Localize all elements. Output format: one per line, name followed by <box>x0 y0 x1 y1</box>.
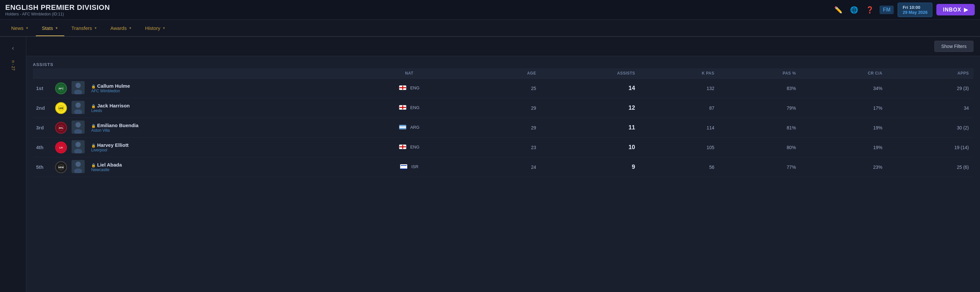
apps-cell: 29 (3) <box>887 78 974 98</box>
header-pas-pct[interactable]: PAS % <box>719 68 800 78</box>
svg-point-14 <box>74 169 82 173</box>
apps-cell: 19 (14) <box>887 137 974 157</box>
avatar-cell <box>70 78 87 98</box>
tab-transfers[interactable]: Transfers ▼ <box>66 21 103 36</box>
svg-point-4 <box>75 102 81 108</box>
club-badge: LIV <box>55 142 67 153</box>
pas-pct-cell: 77% <box>719 157 800 177</box>
club-badge-cell: AVL <box>52 118 70 137</box>
table-row[interactable]: 4th LIV 🔒Harvey Elliott Liverpool <box>33 137 974 157</box>
avatar-cell <box>70 118 87 137</box>
header-left: ENGLISH PREMIER DIVISION Holders - AFC W… <box>5 3 110 16</box>
age-cell: 23 <box>469 137 541 157</box>
apps-cell: 30 (2) <box>887 118 974 137</box>
privacy-icon: 🔒 <box>91 124 96 128</box>
nationality-cell: ISR <box>350 157 469 177</box>
chevron-down-icon: ▼ <box>55 26 59 30</box>
section-title: ASSISTS <box>33 59 974 68</box>
nationality-flag: ARG <box>399 125 420 130</box>
table-row[interactable]: 1st AFC 🔒Callum Hulme AFC Wimbledon <box>33 78 974 98</box>
svg-point-7 <box>75 122 81 128</box>
tab-stats[interactable]: Stats ▼ <box>36 21 64 36</box>
header-apps[interactable]: APPS <box>887 68 974 78</box>
header-assists[interactable]: ASSISTS <box>541 68 640 78</box>
k-pas-cell: 87 <box>640 98 719 118</box>
shield-icon: LEE <box>58 105 64 111</box>
player-silhouette-icon <box>72 81 84 94</box>
avatar-cell <box>70 98 87 118</box>
cr-ca-cell: 19% <box>800 137 887 157</box>
main-content: ‹ n - 27 Show Filters ASSISTS NAT AGE AS… <box>0 37 980 292</box>
nationality-flag: ENG <box>399 105 420 110</box>
assists-cell: 9 <box>541 157 640 177</box>
tab-awards-label: Awards <box>110 25 127 31</box>
datetime-box: Fri 10:00 29 May 2026 <box>897 3 932 17</box>
club-badge: AFC <box>55 83 67 94</box>
player-name: 🔒Emiliano Buendia <box>91 123 345 128</box>
svg-point-10 <box>75 142 81 147</box>
privacy-icon: 🔒 <box>91 104 96 108</box>
league-subtitle: Holders - AFC Wimbledon (ID:11) <box>5 12 110 16</box>
cr-ca-cell: 19% <box>800 118 887 137</box>
player-name: 🔒Callum Hulme <box>91 83 345 89</box>
player-club: Liverpool <box>91 148 345 152</box>
header-k-pas[interactable]: K PAS <box>640 68 719 78</box>
assists-cell: 14 <box>541 78 640 98</box>
tab-news[interactable]: News ▼ <box>5 21 35 36</box>
player-name: 🔒Liel Abada <box>91 162 345 168</box>
svg-point-1 <box>75 83 81 88</box>
age-cell: 25 <box>469 78 541 98</box>
player-club: AFC Wimbledon <box>91 89 345 93</box>
rank-cell: 3rd <box>33 118 52 137</box>
header: ENGLISH PREMIER DIVISION Holders - AFC W… <box>0 0 980 20</box>
header-cr-ca[interactable]: CR C/A <box>800 68 887 78</box>
nationality-cell: ARG <box>350 118 469 137</box>
table-row[interactable]: 5th NEW 🔒Liel Abada Newcastle <box>33 157 974 177</box>
assists-cell: 11 <box>541 118 640 137</box>
tab-history-label: History <box>145 25 161 31</box>
tab-news-label: News <box>11 25 24 31</box>
nationality-flag: ISR <box>400 164 418 169</box>
player-info-cell: 🔒Emiliano Buendia Aston Villa <box>87 118 350 137</box>
tab-awards[interactable]: Awards ▼ <box>104 21 138 36</box>
rank-cell: 1st <box>33 78 52 98</box>
sidebar: ‹ n - 27 <box>0 37 26 292</box>
tab-history[interactable]: History ▼ <box>139 21 172 36</box>
nationality-cell: ENG <box>350 98 469 118</box>
chevron-down-icon: ▼ <box>129 26 132 30</box>
player-silhouette-icon <box>72 121 84 134</box>
header-age: AGE <box>469 68 541 78</box>
pas-pct-cell: 79% <box>719 98 800 118</box>
datetime-date: 29 May 2026 <box>902 10 928 15</box>
chevron-down-icon: ▼ <box>25 26 29 30</box>
privacy-icon: 🔒 <box>91 144 96 147</box>
svg-text:LEE: LEE <box>59 107 63 109</box>
rank-cell: 4th <box>33 137 52 157</box>
show-filters-button[interactable]: Show Filters <box>934 41 974 52</box>
header-right: ✏️ 🌐 ❓ FM Fri 10:00 29 May 2026 INBOX ▶ <box>832 3 975 17</box>
pas-pct-cell: 83% <box>719 78 800 98</box>
player-info-cell: 🔒Liel Abada Newcastle <box>87 157 350 177</box>
club-badge-cell: LEE <box>52 98 70 118</box>
inbox-label: INBOX <box>943 7 961 13</box>
shield-icon: AVL <box>58 124 64 131</box>
avatar <box>72 140 85 153</box>
table-row[interactable]: 3rd AVL 🔒Emiliano Buendia Aston Villa <box>33 118 974 137</box>
inbox-button[interactable]: INBOX ▶ <box>936 4 975 16</box>
svg-text:NEW: NEW <box>59 166 64 169</box>
player-silhouette-icon <box>72 101 84 114</box>
nationality-flag: ENG <box>399 85 420 90</box>
privacy-icon: 🔒 <box>91 85 96 88</box>
apps-cell: 25 (6) <box>887 157 974 177</box>
tab-transfers-label: Transfers <box>72 25 92 31</box>
age-cell: 29 <box>469 118 541 137</box>
player-name: 🔒Jack Harrison <box>91 103 345 109</box>
avatar-cell <box>70 157 87 177</box>
sidebar-toggle[interactable]: ‹ <box>7 42 19 54</box>
globe-icon[interactable]: 🌐 <box>848 4 860 16</box>
shield-icon: AFC <box>58 85 64 92</box>
edit-icon[interactable]: ✏️ <box>832 4 844 16</box>
club-badge-cell: NEW <box>52 157 70 177</box>
help-icon[interactable]: ❓ <box>864 4 876 16</box>
table-row[interactable]: 2nd LEE 🔒Jack Harrison Leeds <box>33 98 974 118</box>
